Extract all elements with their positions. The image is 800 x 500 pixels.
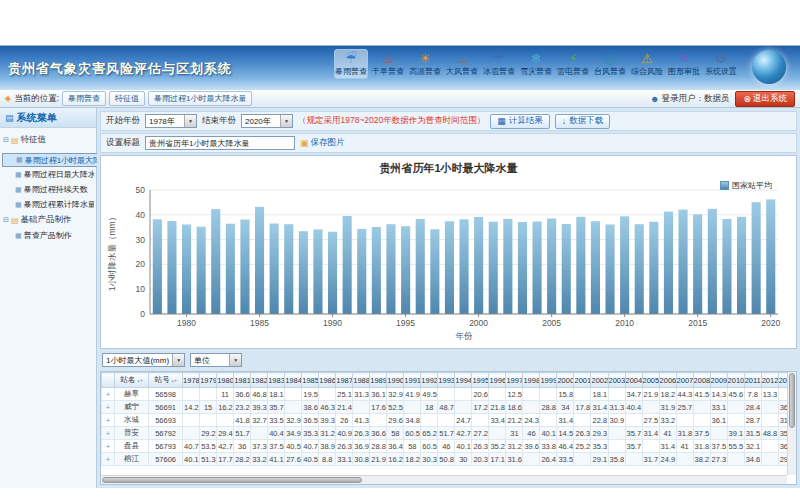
tree-leaf[interactable]: ▦暴雨过程累计降水量: [2, 197, 94, 212]
chart-legend: 国家站平均: [720, 180, 772, 191]
crumb-tab-feature[interactable]: 特征值: [109, 91, 145, 106]
start-year-select[interactable]: 1978年 ▼: [145, 114, 197, 128]
table-row[interactable]: +普安5679229.229.451.740.434.935.331.240.9…: [102, 427, 798, 440]
col-year-2008[interactable]: 2008: [693, 373, 710, 388]
col-station-name[interactable]: 站名▲▼: [115, 373, 149, 388]
col-year-2009[interactable]: 2009: [710, 373, 727, 388]
col-year-2000[interactable]: 2000: [557, 373, 574, 388]
col-year-2004[interactable]: 2004: [625, 373, 642, 388]
expand-icon[interactable]: +: [106, 417, 110, 424]
menu-item-drought-survey[interactable]: ♨干旱普查: [371, 49, 405, 79]
col-year-1992[interactable]: 1992: [421, 373, 438, 388]
col-year-1996[interactable]: 1996: [489, 373, 506, 388]
menu-item-heat-survey[interactable]: ☀高温普查: [408, 49, 442, 79]
col-year-1993[interactable]: 1993: [438, 373, 455, 388]
expand-cell[interactable]: +: [102, 427, 115, 440]
expand-cell[interactable]: +: [102, 401, 115, 414]
expand-cell[interactable]: +: [102, 440, 115, 453]
crumb-tab-rainstorm[interactable]: 暴雨普查: [62, 91, 106, 106]
menu-item-label: 雷电普查: [557, 67, 589, 77]
download-data-button[interactable]: ↓ 数据下载: [555, 114, 611, 129]
col-year-2011[interactable]: 2011: [744, 373, 761, 388]
menu-item-typhoon-survey[interactable]: ◎台风普查: [593, 49, 627, 79]
col-year-2007[interactable]: 2007: [676, 373, 693, 388]
value-cell: 16.2: [217, 401, 234, 414]
end-year-select[interactable]: 2020年 ▼: [241, 114, 293, 128]
tree-leaf-label: 暴雨过程日最大降水量: [24, 169, 94, 180]
sidebar: ▤系统菜单 ⊟▤特征值▦暴雨过程1小时最大降水量▦暴雨过程日最大降水量▦暴雨过程…: [0, 108, 97, 488]
col-year-1999[interactable]: 1999: [540, 373, 557, 388]
table-row[interactable]: +水城5669341.832.733.532.936.539.32641.329…: [102, 414, 798, 427]
vertical-scrollbar[interactable]: [787, 372, 796, 475]
expand-cell[interactable]: +: [102, 414, 115, 427]
expand-icon[interactable]: +: [106, 430, 110, 437]
expand-icon[interactable]: +: [106, 443, 110, 450]
tree-leaf[interactable]: ▦普查产品制作: [2, 228, 94, 243]
menu-item-hail-survey[interactable]: ☂冰雹普查: [482, 49, 516, 79]
tree-node-row[interactable]: ⊟▤特征值: [2, 132, 94, 148]
col-year-1990[interactable]: 1990: [387, 373, 404, 388]
col-year-1986[interactable]: 1986: [319, 373, 336, 388]
col-year-1985[interactable]: 1985: [302, 373, 319, 388]
expand-icon[interactable]: +: [106, 456, 110, 463]
menu-item-system-settings[interactable]: ⚙系统设置: [704, 49, 738, 79]
col-year-2010[interactable]: 2010: [727, 373, 744, 388]
expand-icon[interactable]: +: [106, 404, 110, 411]
col-year-1979[interactable]: 1979: [200, 373, 217, 388]
save-image-button[interactable]: ▣ 保存图片: [300, 137, 345, 149]
sort-icon[interactable]: ▲▼: [137, 378, 143, 383]
col-year-1983[interactable]: 1983: [268, 373, 285, 388]
col-year-1981[interactable]: 1981: [234, 373, 251, 388]
vertical-scrollbar-thumb[interactable]: [789, 373, 795, 428]
col-year-2001[interactable]: 2001: [574, 373, 591, 388]
col-year-1988[interactable]: 1988: [353, 373, 370, 388]
chart-title-input[interactable]: [145, 136, 295, 150]
sort-icon[interactable]: ▲▼: [171, 378, 177, 383]
value-cell: 39.1: [727, 427, 744, 440]
col-year-1980[interactable]: 1980: [217, 373, 234, 388]
menu-item-lightning-survey[interactable]: ⚡雷电普查: [556, 49, 590, 79]
col-year-1982[interactable]: 1982: [251, 373, 268, 388]
col-year-1995[interactable]: 1995: [472, 373, 489, 388]
collapse-icon[interactable]: ⊟: [3, 216, 9, 224]
doc-icon: ▦: [15, 171, 22, 179]
col-year-1997[interactable]: 1997: [506, 373, 523, 388]
col-year-1994[interactable]: 1994: [455, 373, 472, 388]
table-row[interactable]: +榕江5760640.151.317.728.233.241.127.640.5…: [102, 453, 798, 466]
col-year-1987[interactable]: 1987: [336, 373, 353, 388]
col-year-1991[interactable]: 1991: [404, 373, 421, 388]
col-year-1978[interactable]: 1978: [183, 373, 200, 388]
table-row[interactable]: +威宁5669114.21516.223.239.335.738.646.321…: [102, 401, 798, 414]
horizontal-scrollbar-thumb[interactable]: [102, 477, 362, 483]
col-year-2006[interactable]: 2006: [659, 373, 676, 388]
expand-cell[interactable]: +: [102, 453, 115, 466]
menu-item-wind-survey[interactable]: ☁大风普查: [445, 49, 479, 79]
col-year-2005[interactable]: 2005: [642, 373, 659, 388]
tree-leaf[interactable]: ▦暴雨过程日最大降水量: [2, 167, 94, 182]
table-row[interactable]: +赫章565981136.646.818.119.525.131.336.132…: [102, 388, 798, 401]
tree-leaf[interactable]: ▦暴雨过程持续天数: [2, 182, 94, 197]
col-year-1998[interactable]: 1998: [523, 373, 540, 388]
menu-item-comprehensive-risk[interactable]: ⚠综合风险: [630, 49, 664, 79]
menu-item-snow-survey[interactable]: ❄雪灾普查: [519, 49, 553, 79]
expand-icon[interactable]: +: [106, 391, 110, 398]
col-year-2012[interactable]: 2012: [761, 373, 778, 388]
calculate-button[interactable]: ▦ 计算结果: [490, 114, 550, 129]
tree-node-row[interactable]: ⊟▤基础产品制作: [2, 212, 94, 228]
col-year-1989[interactable]: 1989: [370, 373, 387, 388]
crumb-tab-hourly-max[interactable]: 暴雨过程1小时最大降水量: [148, 91, 252, 106]
logout-button[interactable]: ⊗ 退出系统: [735, 91, 795, 107]
expand-cell[interactable]: +: [102, 388, 115, 401]
horizontal-scrollbar[interactable]: [101, 475, 787, 484]
col-station-id[interactable]: 站号▲▼: [149, 373, 183, 388]
col-year-1984[interactable]: 1984: [285, 373, 302, 388]
unit-select[interactable]: 单位 ▼: [190, 353, 242, 367]
metric-select[interactable]: 1小时最大值(mm) ▼: [102, 353, 185, 367]
legend-label: 国家站平均: [732, 180, 772, 191]
col-year-2003[interactable]: 2003: [608, 373, 625, 388]
collapse-icon[interactable]: ⊟: [3, 136, 9, 144]
col-year-2002[interactable]: 2002: [591, 373, 608, 388]
menu-item-graphic-approval[interactable]: ✎图形审批: [667, 49, 701, 79]
menu-item-rainstorm-survey[interactable]: ☔暴雨普查: [334, 49, 368, 79]
table-row[interactable]: +盘县5679340.753.542.73637.337.540.540.738…: [102, 440, 798, 453]
